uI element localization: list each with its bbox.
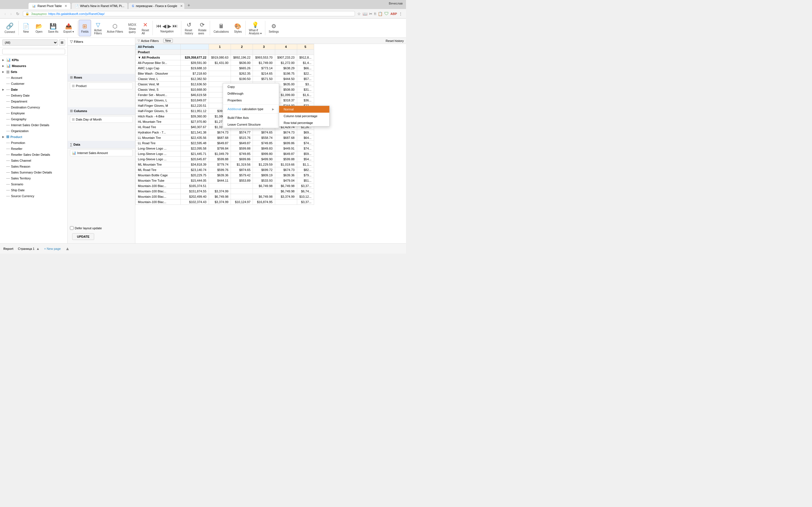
- data-isa-item[interactable]: 📊 Internet Sales Amount: [70, 150, 133, 156]
- table-row[interactable]: Mountain-100 Blac... $102,374.43 $3,374.…: [136, 200, 314, 205]
- table-row[interactable]: Classic Vest, L $12,382.50 $190.50 $571.…: [136, 76, 314, 82]
- dim-item-customer[interactable]: — Customer: [0, 80, 67, 87]
- submenu-normal[interactable]: Normal: [279, 106, 329, 113]
- dim-item-sales-territory[interactable]: — Sales Territory: [0, 175, 67, 181]
- submenu-col-pct[interactable]: Column total percentage: [279, 113, 329, 119]
- settings-button[interactable]: ⚙ Settings: [266, 20, 281, 36]
- columns-date-item[interactable]: ⊞ Date.Day of Month: [70, 116, 133, 123]
- ctx-copy[interactable]: Copy: [223, 83, 279, 90]
- dim-item-promotion[interactable]: — Promotion: [0, 140, 67, 146]
- rotate-axes-button[interactable]: ⟳ Rotateaxes: [196, 20, 209, 36]
- cut-icon[interactable]: ✂: [369, 11, 372, 16]
- ctx-additional[interactable]: Additional calculation type ▶ Normal Col…: [223, 106, 279, 112]
- save-as-button[interactable]: 💾 Save As: [46, 20, 61, 36]
- active-filters-toolbar-item[interactable]: ▽ Active Filters: [138, 39, 159, 43]
- page-expand-icon[interactable]: ▲: [65, 246, 70, 251]
- reset-history-toolbar-item[interactable]: Reset history: [386, 39, 404, 43]
- table-row[interactable]: Bike Wash - Dissolver $7,218.60 $262.35 …: [136, 71, 314, 76]
- dimension-grid-button[interactable]: ⊞: [59, 40, 65, 46]
- dim-item-measures[interactable]: ▶ 📊 Measures: [0, 63, 67, 69]
- table-row[interactable]: Mountain Bottle Cage $20,229.75 $639.36 …: [136, 173, 314, 178]
- table-row[interactable]: Mountain-100 Blac... $202,499.40 $6,749.…: [136, 194, 314, 200]
- dim-item-date[interactable]: ▶ — Date: [0, 87, 67, 93]
- dim-item-account[interactable]: — Account: [0, 75, 67, 80]
- dimension-select[interactable]: (All): [2, 40, 58, 46]
- dim-item-employee[interactable]: — Employee: [0, 110, 67, 116]
- styles-button[interactable]: 🎨 Styles: [232, 20, 244, 36]
- table-row[interactable]: Mountain-100 Blac... $151,874.55 $3,374.…: [136, 189, 314, 194]
- dim-item-delivery-date[interactable]: — Delivery Date: [0, 93, 67, 98]
- pivot-table-wrap[interactable]: All Periods 1 2 3 4 5 Product: [135, 44, 406, 243]
- table-row[interactable]: ▼ All Products $29,358,677.22 $919,080.6…: [136, 55, 314, 60]
- search-input[interactable]: [2, 49, 65, 54]
- tab-close-3[interactable]: ✕: [180, 4, 183, 8]
- dim-item-department[interactable]: — Department: [0, 98, 67, 104]
- new-toolbar-item[interactable]: New: [163, 39, 173, 43]
- dim-item-sales-channel[interactable]: — Sales Channel: [0, 158, 67, 163]
- ctx-drillthrough[interactable]: Drillthrough: [223, 90, 279, 97]
- new-tab-button[interactable]: +: [185, 2, 192, 9]
- update-button[interactable]: UPDATE: [72, 233, 94, 240]
- ctx-leave-structure[interactable]: Leave Current Structure: [223, 121, 279, 128]
- fields-button[interactable]: ⊞ Fields: [79, 20, 91, 36]
- active-filters-button[interactable]: ▽ ActiveFilters: [92, 20, 104, 36]
- back-button[interactable]: ‹: [3, 11, 7, 17]
- tab-whats-new[interactable]: 📄 What's New in Ranet HTML Pi... ✕: [71, 3, 128, 9]
- defer-checkbox[interactable]: [70, 226, 73, 230]
- ctx-properties[interactable]: Properties: [223, 97, 279, 104]
- table-row[interactable]: ML Mountain Tire $34,818.39 $779.74 $1,3…: [136, 162, 314, 167]
- dim-item-dest-currency[interactable]: — Destination Currency: [0, 104, 67, 110]
- table-row[interactable]: ML Road Tire $23,140.74 $599.76 $874.65 …: [136, 167, 314, 173]
- table-row[interactable]: AWC Logo Cap $19,688.10 $665.26 $773.14 …: [136, 66, 314, 71]
- dim-item-scenario[interactable]: — Scenario: [0, 181, 67, 187]
- calculations-button[interactable]: 🖩 Calculations: [211, 20, 231, 36]
- bookmark-icon[interactable]: ☆: [357, 11, 361, 16]
- new-button[interactable]: 📄 New: [20, 20, 32, 36]
- copy-icon[interactable]: ⎘: [374, 12, 376, 16]
- open-button[interactable]: 📂 Open: [33, 20, 45, 36]
- dim-item-source-currency[interactable]: — Source Currency: [0, 193, 67, 199]
- dim-item-iso[interactable]: — Internet Sales Order Details: [0, 122, 67, 128]
- reader-icon[interactable]: 📖: [363, 11, 367, 16]
- address-field[interactable]: 🔒 Защищено https://bi.galaktikasoft.com/…: [23, 11, 355, 16]
- table-row[interactable]: Hydration Pack - 7... $21,541.38 $674.73…: [136, 130, 314, 135]
- dim-item-reseller-sales[interactable]: — Reseller Sales Order Details: [0, 152, 67, 158]
- table-row[interactable]: Long-Sleeve Logo ... $21,445.71 $1,049.7…: [136, 151, 314, 157]
- dim-item-geography[interactable]: — Geography: [0, 116, 67, 122]
- rows-product-item[interactable]: ⊞ Product: [70, 82, 133, 89]
- table-row[interactable]: Long-Sleeve Logo ... $22,095.58 $799.84 …: [136, 146, 314, 151]
- tab-pivot[interactable]: 📊 Ranet Pivot Table ✕: [28, 3, 71, 9]
- export-button[interactable]: 📤 Export ▾: [61, 20, 76, 36]
- dim-item-reseller[interactable]: — Reseller: [0, 146, 67, 152]
- dim-item-sets[interactable]: ▶ ▦ Sets: [0, 69, 67, 75]
- reset-all-button[interactable]: ✕ ResetAll: [139, 20, 151, 36]
- connect-button[interactable]: 🔗 Connect: [2, 20, 17, 36]
- adblock-icon[interactable]: ABP: [391, 12, 397, 15]
- what-if-button[interactable]: 💡 What-IfAnalysis ▾: [247, 20, 264, 36]
- dim-item-ship-date[interactable]: — Ship Date: [0, 187, 67, 193]
- add-page-button[interactable]: + New page: [44, 247, 61, 250]
- page-up-button[interactable]: ▲: [36, 247, 40, 251]
- table-row[interactable]: All-Purpose Bike St... $39,591.00 $1,431…: [136, 60, 314, 66]
- tab-google[interactable]: G переводчик - Поиск в Google ✕: [128, 3, 185, 9]
- navigation-button[interactable]: ⏮ ◀ ▶ ⏭ Navigation: [154, 20, 180, 36]
- table-row[interactable]: Mountain-100 Blac... $165,374.51 $6,749.…: [136, 183, 314, 189]
- menu-icon[interactable]: ⋮: [399, 11, 403, 16]
- paste-icon[interactable]: 📋: [378, 11, 383, 16]
- submenu-row-pct[interactable]: Row total percentage: [279, 119, 329, 126]
- extension-button[interactable]: ⬡ Active Filters: [105, 20, 125, 36]
- tab-close-1[interactable]: ✕: [64, 4, 67, 8]
- dim-item-sales-summary[interactable]: — Sales Summary Order Details: [0, 169, 67, 175]
- dim-item-product[interactable]: ▶ ⊞ Product: [0, 134, 67, 140]
- dim-item-kpis[interactable]: ▶ 📊 KPIs: [0, 57, 67, 63]
- tab-close-2[interactable]: ✕: [127, 4, 128, 8]
- dim-item-sales-reason[interactable]: — Sales Reason: [0, 163, 67, 169]
- vpn-icon[interactable]: 🛡: [384, 11, 389, 16]
- table-row[interactable]: Mountain Tire Tube $15,444.05 $444.11 $5…: [136, 178, 314, 183]
- reload-button[interactable]: ↻: [15, 11, 20, 17]
- reset-history-button[interactable]: ↺ Resethistory: [183, 20, 195, 36]
- show-query-button[interactable]: MDX Showquery: [126, 20, 139, 36]
- table-row[interactable]: LL Road Tire $22,595.48 $649.87 $649.87 …: [136, 140, 314, 146]
- ctx-build-filter[interactable]: Build Filter Axis: [223, 114, 279, 121]
- dim-item-org[interactable]: — Organization: [0, 128, 67, 134]
